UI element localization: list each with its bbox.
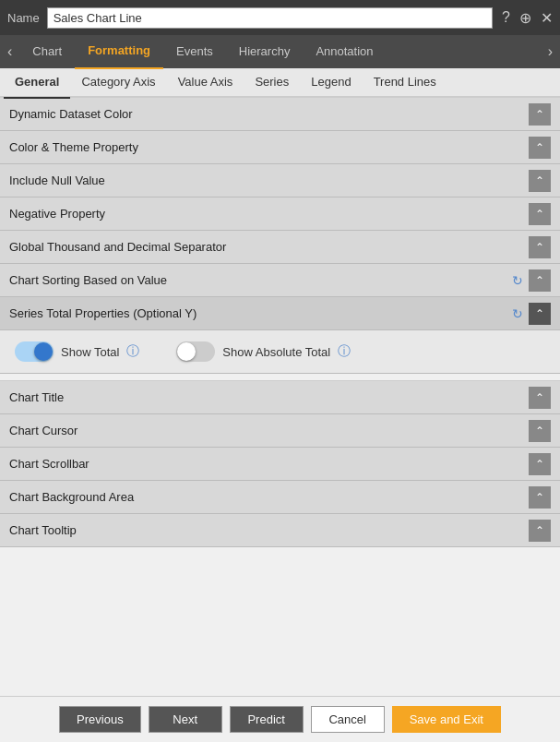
- sub-nav-general[interactable]: General: [4, 67, 70, 99]
- tab-formatting[interactable]: Formatting: [75, 34, 163, 69]
- section-label-chart-sorting: Chart Sorting Based on Value: [9, 273, 512, 287]
- chevron-btn-chart-tooltip[interactable]: ⌃: [529, 520, 551, 542]
- show-absolute-total-info-icon[interactable]: ⓘ: [338, 343, 351, 360]
- section-icons-5: ↻ ⌃: [512, 269, 551, 292]
- section-include-null-value[interactable]: Include Null Value ⌃: [0, 164, 560, 197]
- show-absolute-total-container: Show Absolute Total ⓘ: [176, 341, 351, 362]
- chevron-btn-chart-cursor[interactable]: ⌃: [529, 420, 551, 442]
- section-chart-scrollbar[interactable]: Chart Scrollbar ⌃: [0, 448, 560, 481]
- section-chart-background-area[interactable]: Chart Background Area ⌃: [0, 481, 560, 514]
- chevron-btn-include-null[interactable]: ⌃: [529, 170, 551, 192]
- cancel-button[interactable]: Cancel: [311, 706, 385, 733]
- section-icons-2: ⌃: [529, 170, 551, 192]
- sub-nav-category-axis[interactable]: Category Axis: [70, 67, 166, 97]
- header-icons: ? ⊕ ✕: [502, 9, 553, 27]
- spacer: [0, 374, 560, 381]
- show-total-container: Show Total ⓘ: [15, 341, 139, 362]
- show-absolute-total-thumb: [177, 342, 196, 361]
- show-total-info-icon[interactable]: ⓘ: [126, 343, 139, 360]
- section-icons-1: ⌃: [529, 137, 551, 159]
- section-chart-sorting[interactable]: Chart Sorting Based on Value ↻ ⌃: [0, 264, 560, 297]
- section-icons-0: ⌃: [529, 103, 551, 126]
- tab-hierarchy[interactable]: Hierarchy: [226, 35, 304, 68]
- section-label-series-total: Series Total Properties (Optional Y): [9, 306, 512, 320]
- predict-button[interactable]: Predict: [230, 706, 304, 733]
- tab-arrow-right[interactable]: ›: [541, 35, 560, 68]
- section-chart-cursor[interactable]: Chart Cursor ⌃: [0, 414, 560, 448]
- chevron-btn-dynamic-dataset-color[interactable]: ⌃: [529, 103, 551, 126]
- chevron-btn-series-total[interactable]: ⌃: [529, 303, 551, 325]
- section-label-chart-scrollbar: Chart Scrollbar: [9, 457, 529, 471]
- move-icon[interactable]: ⊕: [519, 9, 531, 27]
- sub-nav-series[interactable]: Series: [244, 67, 300, 97]
- section-global-separator[interactable]: Global Thousand and Decimal Separator ⌃: [0, 231, 560, 264]
- show-total-thumb: [34, 342, 53, 361]
- section-chart-tooltip[interactable]: Chart Tooltip ⌃: [0, 514, 560, 547]
- section-dynamic-dataset-color[interactable]: Dynamic Dataset Color ⌃: [0, 98, 560, 131]
- show-total-label: Show Total: [61, 345, 119, 359]
- chevron-btn-negative[interactable]: ⌃: [529, 203, 551, 225]
- section-label-global-separator: Global Thousand and Decimal Separator: [9, 240, 529, 254]
- section-label-chart-title: Chart Title: [9, 390, 529, 404]
- section-label-color-theme-property: Color & Theme Property: [9, 140, 529, 154]
- section-icons-chart-cursor: ⌃: [529, 420, 551, 442]
- tab-chart[interactable]: Chart: [19, 35, 75, 68]
- series-total-panel: Show Total ⓘ Show Absolute Total ⓘ: [0, 330, 560, 374]
- show-total-toggle[interactable]: [15, 341, 54, 362]
- section-label-include-null-value: Include Null Value: [9, 174, 529, 187]
- next-button[interactable]: Next: [149, 706, 222, 733]
- section-icons-chart-background-area: ⌃: [529, 486, 551, 509]
- show-absolute-total-label: Show Absolute Total: [222, 345, 330, 359]
- show-total-track: [15, 341, 54, 362]
- refresh-icon-series-total[interactable]: ↻: [512, 306, 523, 321]
- section-label-chart-background-area: Chart Background Area: [9, 490, 529, 504]
- show-absolute-total-track: [176, 341, 215, 362]
- chevron-btn-chart-scrollbar[interactable]: ⌃: [529, 453, 551, 475]
- help-icon[interactable]: ?: [502, 9, 510, 27]
- section-color-theme-property[interactable]: Color & Theme Property ⌃: [0, 131, 560, 164]
- sub-nav-legend[interactable]: Legend: [300, 67, 362, 97]
- tab-arrow-left[interactable]: ‹: [0, 35, 19, 68]
- chevron-btn-chart-title[interactable]: ⌃: [529, 387, 551, 409]
- refresh-icon-chart-sorting[interactable]: ↻: [512, 273, 523, 288]
- tab-events[interactable]: Events: [163, 35, 226, 68]
- section-icons-6: ↻ ⌃: [512, 303, 551, 325]
- chevron-btn-chart-background-area[interactable]: ⌃: [529, 486, 551, 509]
- tab-bar: ‹ Chart Formatting Events Hierarchy Anno…: [0, 35, 560, 68]
- sub-nav-trend-lines[interactable]: Trend Lines: [363, 67, 447, 97]
- section-chart-title[interactable]: Chart Title ⌃: [0, 381, 560, 414]
- section-negative-property[interactable]: Negative Property ⌃: [0, 197, 560, 231]
- header: Name ? ⊕ ✕: [0, 0, 560, 35]
- section-label-chart-cursor: Chart Cursor: [9, 424, 529, 437]
- chevron-btn-color-theme[interactable]: ⌃: [529, 137, 551, 159]
- name-label: Name: [7, 11, 40, 25]
- previous-button[interactable]: Previous: [59, 706, 141, 733]
- tab-annotation[interactable]: Annotation: [303, 35, 386, 68]
- sub-nav: General Category Axis Value Axis Series …: [0, 68, 560, 98]
- section-label-negative-property: Negative Property: [9, 207, 529, 221]
- footer: Previous Next Predict Cancel Save and Ex…: [0, 696, 560, 742]
- chevron-btn-chart-sorting[interactable]: ⌃: [529, 269, 551, 292]
- section-icons-chart-scrollbar: ⌃: [529, 453, 551, 475]
- close-icon[interactable]: ✕: [541, 9, 553, 27]
- save-exit-button[interactable]: Save and Exit: [392, 706, 501, 733]
- section-icons-4: ⌃: [529, 236, 551, 258]
- chevron-btn-global-separator[interactable]: ⌃: [529, 236, 551, 258]
- content-area: Dynamic Dataset Color ⌃ Color & Theme Pr…: [0, 98, 560, 696]
- section-icons-chart-title: ⌃: [529, 387, 551, 409]
- show-absolute-total-toggle[interactable]: [176, 341, 215, 362]
- section-icons-3: ⌃: [529, 203, 551, 225]
- name-input[interactable]: [47, 7, 493, 29]
- section-icons-chart-tooltip: ⌃: [529, 520, 551, 542]
- section-label-chart-tooltip: Chart Tooltip: [9, 523, 529, 537]
- section-series-total[interactable]: Series Total Properties (Optional Y) ↻ ⌃: [0, 297, 560, 330]
- section-label-dynamic-dataset-color: Dynamic Dataset Color: [9, 107, 529, 121]
- sub-nav-value-axis[interactable]: Value Axis: [167, 67, 244, 97]
